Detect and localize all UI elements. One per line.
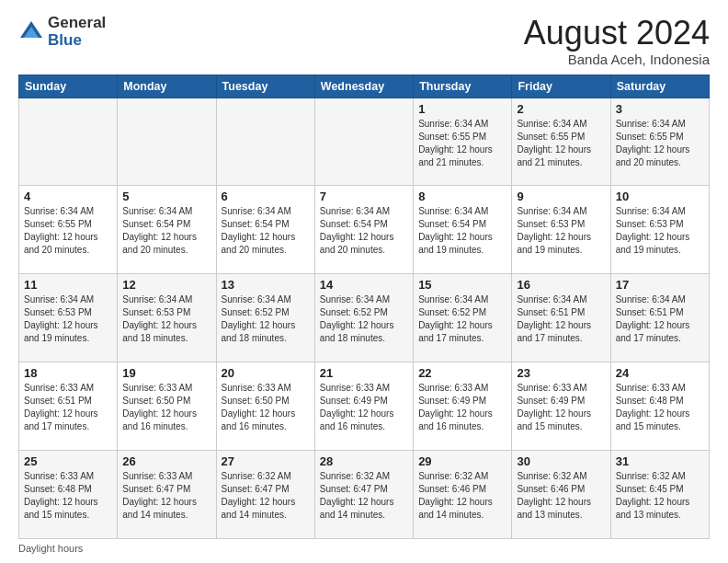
calendar-header-row: SundayMondayTuesdayWednesdayThursdayFrid… <box>19 75 710 98</box>
day-number: 23 <box>517 366 605 380</box>
day-number: 12 <box>122 278 210 292</box>
calendar-cell <box>216 98 314 186</box>
calendar-cell: 11Sunrise: 6:34 AM Sunset: 6:53 PM Dayli… <box>19 274 118 362</box>
day-number: 4 <box>24 190 112 203</box>
day-number: 2 <box>517 102 605 116</box>
day-number: 16 <box>517 278 605 292</box>
calendar-cell: 17Sunrise: 6:34 AM Sunset: 6:51 PM Dayli… <box>610 274 709 362</box>
day-number: 31 <box>616 454 704 468</box>
calendar-cell: 28Sunrise: 6:32 AM Sunset: 6:47 PM Dayli… <box>314 451 413 539</box>
week-row-5: 25Sunrise: 6:33 AM Sunset: 6:48 PM Dayli… <box>19 451 710 539</box>
calendar-cell: 19Sunrise: 6:33 AM Sunset: 6:50 PM Dayli… <box>118 362 216 451</box>
day-info: Sunrise: 6:32 AM Sunset: 6:46 PM Dayligh… <box>517 470 605 522</box>
calendar-cell: 30Sunrise: 6:32 AM Sunset: 6:46 PM Dayli… <box>512 451 610 539</box>
day-info: Sunrise: 6:34 AM Sunset: 6:54 PM Dayligh… <box>418 205 506 257</box>
week-row-3: 11Sunrise: 6:34 AM Sunset: 6:53 PM Dayli… <box>19 274 710 362</box>
page: General Blue August 2024 Banda Aceh, Ind… <box>0 0 728 563</box>
calendar-cell: 10Sunrise: 6:34 AM Sunset: 6:53 PM Dayli… <box>610 186 709 274</box>
day-number: 11 <box>24 278 112 292</box>
day-info: Sunrise: 6:34 AM Sunset: 6:51 PM Dayligh… <box>616 293 704 345</box>
day-number: 10 <box>616 190 704 203</box>
day-info: Sunrise: 6:33 AM Sunset: 6:50 PM Dayligh… <box>122 382 210 433</box>
day-number: 8 <box>418 190 506 203</box>
day-number: 19 <box>122 366 210 380</box>
calendar-cell: 2Sunrise: 6:34 AM Sunset: 6:55 PM Daylig… <box>512 98 610 186</box>
calendar-cell: 20Sunrise: 6:33 AM Sunset: 6:50 PM Dayli… <box>216 362 314 451</box>
day-number: 29 <box>418 454 506 468</box>
calendar-cell: 6Sunrise: 6:34 AM Sunset: 6:54 PM Daylig… <box>216 186 314 274</box>
day-info: Sunrise: 6:32 AM Sunset: 6:45 PM Dayligh… <box>616 470 704 522</box>
day-number: 21 <box>320 366 408 380</box>
day-number: 20 <box>222 366 310 380</box>
day-number: 9 <box>517 190 605 203</box>
header-day-wednesday: Wednesday <box>314 75 413 98</box>
header-day-tuesday: Tuesday <box>216 75 314 98</box>
calendar-cell: 7Sunrise: 6:34 AM Sunset: 6:54 PM Daylig… <box>314 186 413 274</box>
day-info: Sunrise: 6:33 AM Sunset: 6:49 PM Dayligh… <box>517 382 605 433</box>
header-day-sunday: Sunday <box>19 75 118 98</box>
logo-text: General Blue <box>48 15 106 49</box>
day-number: 27 <box>222 454 310 468</box>
location: Banda Aceh, Indonesia <box>524 52 710 67</box>
day-info: Sunrise: 6:34 AM Sunset: 6:51 PM Dayligh… <box>517 293 605 345</box>
day-info: Sunrise: 6:34 AM Sunset: 6:55 PM Dayligh… <box>616 118 704 169</box>
day-info: Sunrise: 6:33 AM Sunset: 6:48 PM Dayligh… <box>616 382 704 433</box>
calendar-cell: 14Sunrise: 6:34 AM Sunset: 6:52 PM Dayli… <box>314 274 413 362</box>
day-info: Sunrise: 6:34 AM Sunset: 6:52 PM Dayligh… <box>320 293 408 345</box>
calendar: SundayMondayTuesdayWednesdayThursdayFrid… <box>18 75 710 539</box>
logo-icon <box>18 19 44 45</box>
calendar-cell: 1Sunrise: 6:34 AM Sunset: 6:55 PM Daylig… <box>414 98 512 186</box>
day-number: 1 <box>418 102 506 116</box>
day-info: Sunrise: 6:34 AM Sunset: 6:53 PM Dayligh… <box>616 205 704 257</box>
day-number: 5 <box>122 190 210 203</box>
week-row-2: 4Sunrise: 6:34 AM Sunset: 6:55 PM Daylig… <box>19 186 710 274</box>
calendar-cell <box>19 98 118 186</box>
calendar-cell: 9Sunrise: 6:34 AM Sunset: 6:53 PM Daylig… <box>512 186 610 274</box>
calendar-cell: 22Sunrise: 6:33 AM Sunset: 6:49 PM Dayli… <box>414 362 512 451</box>
calendar-cell <box>314 98 413 186</box>
day-number: 17 <box>616 278 704 292</box>
calendar-cell <box>118 98 216 186</box>
logo-general: General <box>48 15 106 32</box>
logo: General Blue <box>18 15 106 49</box>
header-day-monday: Monday <box>118 75 216 98</box>
day-info: Sunrise: 6:33 AM Sunset: 6:50 PM Dayligh… <box>222 382 310 433</box>
day-info: Sunrise: 6:34 AM Sunset: 6:55 PM Dayligh… <box>517 118 605 169</box>
daylight-label: Daylight hours <box>18 543 83 554</box>
calendar-cell: 4Sunrise: 6:34 AM Sunset: 6:55 PM Daylig… <box>19 186 118 274</box>
day-info: Sunrise: 6:33 AM Sunset: 6:49 PM Dayligh… <box>418 382 506 433</box>
calendar-cell: 15Sunrise: 6:34 AM Sunset: 6:52 PM Dayli… <box>414 274 512 362</box>
week-row-1: 1Sunrise: 6:34 AM Sunset: 6:55 PM Daylig… <box>19 98 710 186</box>
calendar-cell: 5Sunrise: 6:34 AM Sunset: 6:54 PM Daylig… <box>118 186 216 274</box>
day-info: Sunrise: 6:34 AM Sunset: 6:54 PM Dayligh… <box>222 205 310 257</box>
calendar-cell: 25Sunrise: 6:33 AM Sunset: 6:48 PM Dayli… <box>19 451 118 539</box>
day-number: 18 <box>24 366 112 380</box>
day-info: Sunrise: 6:34 AM Sunset: 6:55 PM Dayligh… <box>418 118 506 169</box>
day-info: Sunrise: 6:34 AM Sunset: 6:54 PM Dayligh… <box>320 205 408 257</box>
day-info: Sunrise: 6:34 AM Sunset: 6:54 PM Dayligh… <box>122 205 210 257</box>
day-info: Sunrise: 6:33 AM Sunset: 6:51 PM Dayligh… <box>24 382 112 433</box>
day-number: 7 <box>320 190 408 203</box>
day-info: Sunrise: 6:34 AM Sunset: 6:55 PM Dayligh… <box>24 205 112 257</box>
day-info: Sunrise: 6:33 AM Sunset: 6:48 PM Dayligh… <box>24 470 112 522</box>
day-number: 14 <box>320 278 408 292</box>
calendar-cell: 18Sunrise: 6:33 AM Sunset: 6:51 PM Dayli… <box>19 362 118 451</box>
month-year: August 2024 <box>524 15 710 52</box>
day-number: 22 <box>418 366 506 380</box>
title-block: August 2024 Banda Aceh, Indonesia <box>524 15 710 67</box>
day-number: 3 <box>616 102 704 116</box>
calendar-cell: 24Sunrise: 6:33 AM Sunset: 6:48 PM Dayli… <box>610 362 709 451</box>
header-day-thursday: Thursday <box>414 75 512 98</box>
day-number: 13 <box>222 278 310 292</box>
day-info: Sunrise: 6:32 AM Sunset: 6:47 PM Dayligh… <box>222 470 310 522</box>
calendar-cell: 3Sunrise: 6:34 AM Sunset: 6:55 PM Daylig… <box>610 98 709 186</box>
calendar-cell: 26Sunrise: 6:33 AM Sunset: 6:47 PM Dayli… <box>118 451 216 539</box>
calendar-cell: 23Sunrise: 6:33 AM Sunset: 6:49 PM Dayli… <box>512 362 610 451</box>
calendar-cell: 29Sunrise: 6:32 AM Sunset: 6:46 PM Dayli… <box>414 451 512 539</box>
day-info: Sunrise: 6:33 AM Sunset: 6:47 PM Dayligh… <box>122 470 210 522</box>
week-row-4: 18Sunrise: 6:33 AM Sunset: 6:51 PM Dayli… <box>19 362 710 451</box>
header: General Blue August 2024 Banda Aceh, Ind… <box>18 15 710 67</box>
day-info: Sunrise: 6:32 AM Sunset: 6:47 PM Dayligh… <box>320 470 408 522</box>
day-info: Sunrise: 6:34 AM Sunset: 6:52 PM Dayligh… <box>222 293 310 345</box>
calendar-cell: 16Sunrise: 6:34 AM Sunset: 6:51 PM Dayli… <box>512 274 610 362</box>
